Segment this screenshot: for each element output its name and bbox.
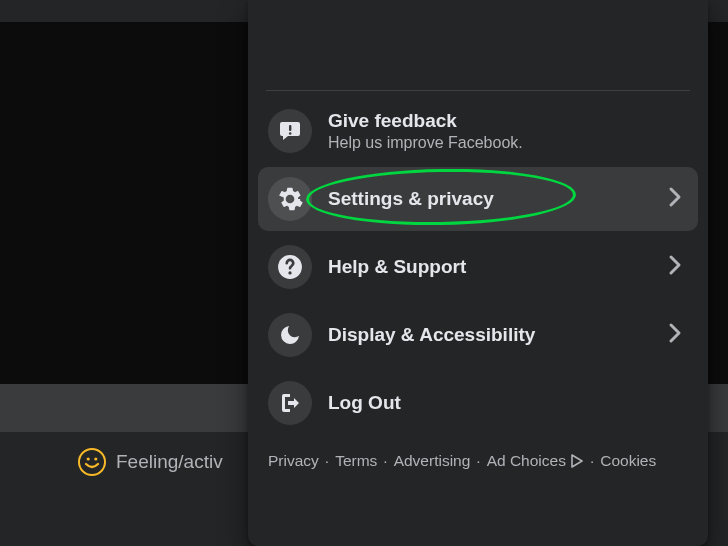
moon-icon	[268, 313, 312, 357]
smiley-icon	[78, 448, 106, 476]
footer-advertising-link[interactable]: Advertising	[394, 449, 471, 472]
footer-links: Privacy · Terms · Advertising · Ad Choic…	[248, 439, 708, 472]
display-title: Display & Accessibility	[328, 324, 652, 346]
divider	[266, 90, 690, 91]
chevron-right-icon	[668, 253, 682, 281]
logout-icon	[268, 381, 312, 425]
account-dropdown-panel: Give feedback Help us improve Facebook. …	[248, 0, 708, 546]
feedback-icon	[268, 109, 312, 153]
footer-privacy-link[interactable]: Privacy	[268, 449, 319, 472]
chevron-right-icon	[668, 185, 682, 213]
footer-cookies-link[interactable]: Cookies	[600, 449, 656, 472]
settings-privacy-item[interactable]: Settings & privacy	[258, 167, 698, 231]
help-title: Help & Support	[328, 256, 652, 278]
settings-title: Settings & privacy	[328, 188, 652, 210]
svg-point-3	[289, 132, 292, 135]
feeling-activity-label: Feeling/activ	[116, 451, 223, 473]
gear-icon	[268, 177, 312, 221]
adchoices-icon	[570, 454, 584, 468]
feedback-subtitle: Help us improve Facebook.	[328, 134, 688, 152]
svg-point-6	[288, 271, 291, 274]
svg-point-1	[94, 457, 97, 460]
display-accessibility-item[interactable]: Display & Accessibility	[258, 303, 698, 367]
footer-adchoices-link[interactable]: Ad Choices	[487, 449, 566, 472]
svg-rect-2	[289, 125, 291, 131]
svg-point-4	[288, 197, 293, 202]
logout-item[interactable]: Log Out	[258, 371, 698, 435]
chevron-right-icon	[668, 321, 682, 349]
help-support-item[interactable]: Help & Support	[258, 235, 698, 299]
feeling-activity-button[interactable]: Feeling/activ	[78, 448, 223, 476]
give-feedback-item[interactable]: Give feedback Help us improve Facebook.	[258, 99, 698, 163]
question-icon	[268, 245, 312, 289]
svg-point-0	[87, 457, 90, 460]
feedback-title: Give feedback	[328, 110, 688, 132]
footer-terms-link[interactable]: Terms	[335, 449, 377, 472]
logout-title: Log Out	[328, 392, 688, 414]
